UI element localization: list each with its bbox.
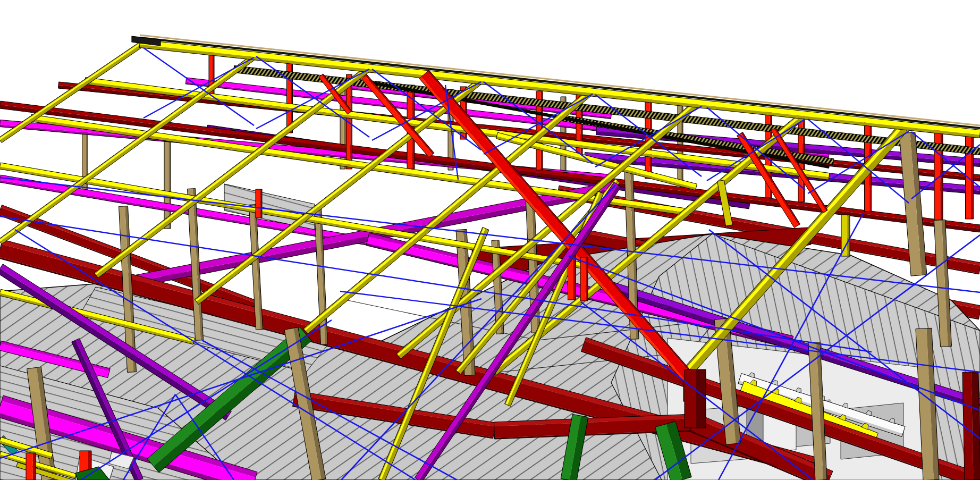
model-canvas[interactable] xyxy=(0,0,980,480)
yellow-stub-post[interactable] xyxy=(841,215,850,256)
mid-red-post-2[interactable] xyxy=(580,257,588,301)
structural-model-3d-view[interactable] xyxy=(0,0,980,480)
members-root xyxy=(0,35,980,480)
far-timber-column-6[interactable] xyxy=(164,137,171,229)
roof-post-13[interactable] xyxy=(966,131,974,219)
dark-red-column-right[interactable] xyxy=(962,372,980,480)
corner-red-post-2[interactable] xyxy=(26,453,36,480)
mid-red-post-3[interactable] xyxy=(256,189,262,218)
roof-post-2[interactable] xyxy=(287,60,293,133)
dark-red-column-center[interactable] xyxy=(685,369,706,428)
